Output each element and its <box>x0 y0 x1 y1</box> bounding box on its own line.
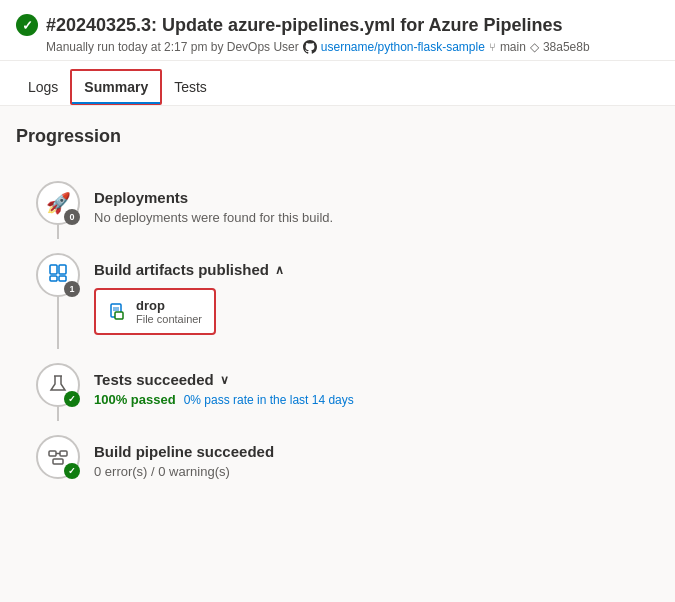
artifacts-chevron: ∧ <box>275 263 284 277</box>
section-title: Progression <box>16 126 659 147</box>
main-content: Progression 🚀 0 Deployments No deploymen… <box>0 106 675 602</box>
tab-summary-label: Summary <box>84 79 148 95</box>
artifacts-heading-text: Build artifacts published <box>94 261 269 278</box>
branch-icon: ⑂ <box>489 41 496 53</box>
pipeline-badge: ✓ <box>64 463 80 479</box>
deployments-badge: 0 <box>64 209 80 225</box>
run-subtitle: Manually run today at 2:17 pm by DevOps … <box>16 40 659 54</box>
progression-item-deployments: 🚀 0 Deployments No deployments were foun… <box>36 167 659 239</box>
page-title: #20240325.3: Update azure-pipelines.yml … <box>46 15 563 36</box>
svg-rect-10 <box>60 451 67 456</box>
test-rate-text: 0% pass rate in the last 14 days <box>184 393 354 407</box>
pipeline-desc: 0 error(s) / 0 warning(s) <box>94 464 659 479</box>
artifact-card[interactable]: drop File container <box>94 288 216 335</box>
svg-rect-2 <box>50 276 57 281</box>
pipeline-content: Build pipeline succeeded 0 error(s) / 0 … <box>94 435 659 479</box>
tests-chevron: ∨ <box>220 373 229 387</box>
progression-item-pipeline: ✓ Build pipeline succeeded 0 error(s) / … <box>36 421 659 493</box>
title-row: #20240325.3: Update azure-pipelines.yml … <box>16 14 659 36</box>
run-id: #20240325.3: <box>46 15 157 35</box>
deployments-content: Deployments No deployments were found fo… <box>94 181 659 225</box>
run-title: Update azure-pipelines.yml for Azure Pip… <box>157 15 562 35</box>
artifacts-badge: 1 <box>64 281 80 297</box>
deployments-desc: No deployments were found for this build… <box>94 210 659 225</box>
branch-name: main <box>500 40 526 54</box>
commit-hash: 38a5e8b <box>543 40 590 54</box>
tab-summary[interactable]: Summary <box>70 69 162 105</box>
artifact-type: File container <box>136 313 202 325</box>
svg-rect-9 <box>49 451 56 456</box>
repo-link[interactable]: username/python-flask-sample <box>321 40 485 54</box>
svg-rect-12 <box>53 459 63 464</box>
pipeline-icon-container: ✓ <box>36 435 80 479</box>
artifact-name: drop <box>136 298 202 313</box>
tests-content: Tests succeeded ∨ 100% passed 0% pass ra… <box>94 363 659 407</box>
artifacts-heading: Build artifacts published ∧ <box>94 261 659 278</box>
subtitle-text: Manually run today at 2:17 pm by DevOps … <box>46 40 299 54</box>
svg-rect-1 <box>59 265 66 274</box>
artifact-file-icon <box>108 302 128 322</box>
artifacts-content: Build artifacts published ∧ drop <box>94 253 659 335</box>
diamond-icon: ◇ <box>530 40 539 54</box>
test-rate-link[interactable]: 0% pass rate in the last 14 days <box>184 393 354 407</box>
test-result: 100% passed 0% pass rate in the last 14 … <box>94 392 659 407</box>
test-passed-label: 100% passed <box>94 392 176 407</box>
page-header: #20240325.3: Update azure-pipelines.yml … <box>0 0 675 61</box>
success-icon <box>16 14 38 36</box>
progression-item-artifacts: 1 Build artifacts published ∧ <box>36 239 659 349</box>
tests-icon-container: ✓ <box>36 363 80 407</box>
svg-rect-0 <box>50 265 57 274</box>
tab-tests[interactable]: Tests <box>162 71 219 103</box>
artifact-info: drop File container <box>136 298 202 325</box>
progression-item-tests: ✓ Tests succeeded ∨ 100% passed 0% pass … <box>36 349 659 421</box>
tab-logs-label: Logs <box>28 79 58 95</box>
tests-heading: Tests succeeded ∨ <box>94 371 659 388</box>
tests-badge: ✓ <box>64 391 80 407</box>
deployments-heading: Deployments <box>94 189 659 206</box>
progression-list: 🚀 0 Deployments No deployments were foun… <box>16 167 659 493</box>
tab-tests-label: Tests <box>174 79 207 95</box>
tab-bar: Logs Summary Tests <box>0 69 675 106</box>
github-icon <box>303 40 317 54</box>
pipeline-heading: Build pipeline succeeded <box>94 443 659 460</box>
artifacts-icon-container: 1 <box>36 253 80 297</box>
svg-rect-3 <box>59 276 66 281</box>
svg-rect-5 <box>115 312 123 319</box>
deployments-icon-container: 🚀 0 <box>36 181 80 225</box>
tests-heading-text: Tests succeeded <box>94 371 214 388</box>
tab-logs[interactable]: Logs <box>16 71 70 103</box>
